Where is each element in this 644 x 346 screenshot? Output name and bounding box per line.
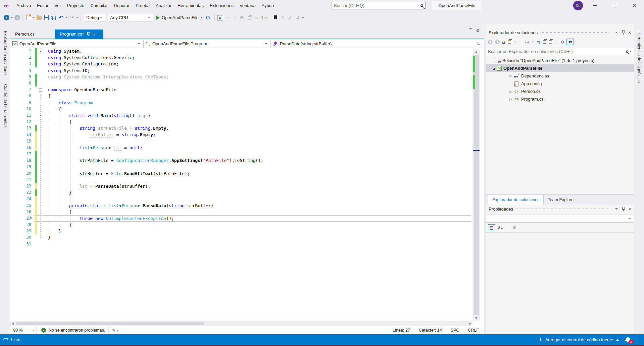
code-line[interactable]: 31 bbox=[10, 241, 473, 247]
spaces-indicator[interactable]: SPC bbox=[451, 328, 459, 333]
line-number[interactable]: 6 bbox=[10, 80, 34, 86]
new-project-dropdown-icon[interactable] bbox=[33, 17, 35, 18]
close-panel-icon[interactable] bbox=[628, 31, 631, 34]
switch-views-icon[interactable] bbox=[508, 40, 511, 44]
line-indicator[interactable]: Línea: 27 bbox=[393, 328, 410, 333]
code-line[interactable]: 10 { bbox=[10, 106, 473, 112]
menu-item-ver[interactable]: Ver bbox=[51, 0, 64, 11]
open-file-button[interactable] bbox=[36, 14, 42, 22]
tree-item-person-cs[interactable]: ▷C#Person.cs bbox=[486, 88, 634, 95]
filter-dropdown-icon[interactable] bbox=[532, 42, 534, 43]
line-number[interactable]: 26 bbox=[10, 209, 34, 215]
line-number[interactable]: 28 bbox=[10, 222, 34, 228]
expander-closed-icon[interactable]: ▷ bbox=[508, 98, 513, 101]
line-number[interactable]: 24 bbox=[10, 196, 34, 202]
code-line[interactable]: 26 { bbox=[10, 209, 473, 215]
line-number[interactable]: 8 bbox=[10, 93, 34, 99]
code-line[interactable]: 8{ bbox=[10, 93, 473, 99]
project-dropdown[interactable]: C# OpenAndParseFile bbox=[10, 40, 144, 48]
code-line[interactable]: 28 } bbox=[10, 222, 473, 228]
new-project-button[interactable] bbox=[25, 14, 31, 22]
code-line[interactable]: 21 bbox=[10, 177, 473, 183]
code-line[interactable]: 23 } bbox=[10, 189, 473, 196]
save-button[interactable] bbox=[43, 14, 49, 22]
code-line[interactable]: 13 string strPathFile = string.Empty, bbox=[10, 125, 473, 131]
code-cleanup-dropdown-icon[interactable] bbox=[116, 330, 118, 331]
home-icon[interactable]: ⌂ bbox=[502, 39, 505, 45]
column-indicator[interactable]: Carácter: 14 bbox=[419, 328, 442, 333]
close-button[interactable] bbox=[627, 0, 642, 11]
line-number[interactable]: 19 bbox=[10, 164, 34, 170]
line-number[interactable]: 14 bbox=[10, 131, 34, 138]
menu-item-analizar[interactable]: Analizar bbox=[153, 0, 175, 11]
navigate-cursor-button[interactable]: ⇱ bbox=[239, 14, 245, 22]
split-window-button[interactable]: ⇅ bbox=[473, 40, 484, 48]
line-number[interactable]: 18 bbox=[10, 157, 34, 164]
close-panel-icon[interactable] bbox=[628, 208, 631, 211]
pin-panel-icon[interactable] bbox=[622, 207, 625, 211]
code-line[interactable]: 17 bbox=[10, 151, 473, 157]
line-number[interactable]: 5 bbox=[10, 74, 34, 80]
toggle-bookmark-button[interactable] bbox=[273, 14, 279, 22]
collapse-region-icon[interactable] bbox=[39, 101, 42, 104]
expander-open-icon[interactable]: ◢ bbox=[491, 67, 497, 70]
pin-panel-icon[interactable] bbox=[622, 31, 625, 35]
find-in-files-button[interactable] bbox=[206, 14, 212, 22]
code-line[interactable]: 18 strPathFile = ConfigurationManager.Ap… bbox=[10, 157, 473, 164]
line-ending-indicator[interactable]: CRLF bbox=[468, 328, 479, 333]
line-number[interactable]: 3 bbox=[10, 61, 34, 67]
code-line[interactable]: 1using System; bbox=[10, 48, 473, 54]
menu-item-proyecto[interactable]: Proyecto bbox=[64, 0, 87, 11]
panel-menu-icon[interactable] bbox=[615, 208, 618, 210]
line-number[interactable]: 15 bbox=[10, 138, 34, 145]
bookmark-dropdown-icon[interactable] bbox=[302, 17, 304, 18]
line-number[interactable]: 20 bbox=[10, 170, 34, 177]
line-number[interactable]: 7 bbox=[10, 86, 34, 93]
active-files-dropdown-icon[interactable] bbox=[469, 28, 472, 30]
line-number[interactable]: 2 bbox=[10, 54, 34, 61]
tree-item-openandparsefile[interactable]: ◢C#OpenAndParseFile bbox=[486, 64, 634, 72]
horizontal-scrollbar[interactable]: ◀ ▶ bbox=[10, 321, 473, 326]
member-dropdown[interactable]: ParseData(string strBuffer) bbox=[271, 40, 473, 48]
navigate-forward-button[interactable] bbox=[14, 14, 20, 22]
code-line[interactable]: 24 bbox=[10, 196, 473, 202]
code-line[interactable]: 6 bbox=[10, 80, 473, 86]
expander-closed-icon[interactable]: ▷ bbox=[508, 90, 513, 93]
line-number[interactable]: 16 bbox=[10, 145, 34, 151]
side-tab[interactable]: Herramientas de diagnóstico bbox=[637, 30, 641, 84]
menu-item-extensiones[interactable]: Extensiones bbox=[207, 0, 237, 11]
undo-dropdown-icon[interactable] bbox=[65, 17, 67, 18]
code-line[interactable]: 16 List<Person> lst = null; bbox=[10, 145, 473, 151]
solution-configuration-select[interactable]: Debug bbox=[84, 14, 105, 21]
code-editor[interactable]: 1using System;2using System.Collections.… bbox=[10, 48, 473, 321]
quick-search-input[interactable]: Buscar (Ctrl+Q) bbox=[332, 2, 426, 9]
side-tab[interactable]: Cuadro de herramientas bbox=[3, 83, 8, 129]
collapse-region-icon[interactable] bbox=[39, 88, 42, 92]
navigate-back-dropdown-icon[interactable] bbox=[11, 17, 13, 18]
scroll-up-icon[interactable]: ▲ bbox=[473, 49, 480, 54]
bottom-tab-team-explorer[interactable]: Team Explorer bbox=[544, 195, 579, 205]
line-number[interactable]: 30 bbox=[10, 234, 34, 241]
minimize-button[interactable] bbox=[587, 0, 602, 11]
line-number[interactable]: 22 bbox=[10, 183, 34, 189]
line-number[interactable]: 1 bbox=[10, 48, 34, 54]
line-number[interactable]: 10 bbox=[10, 106, 34, 112]
menu-item-prueba[interactable]: Prueba bbox=[133, 0, 153, 11]
line-number[interactable]: 23 bbox=[10, 189, 34, 196]
next-bookmark-button[interactable]: ↱ bbox=[287, 14, 293, 22]
code-line[interactable]: 20 strBuffer = File.ReadAllText(strPathF… bbox=[10, 170, 473, 177]
code-line[interactable]: 2using System.Collections.Generic; bbox=[10, 54, 473, 61]
tree-item-program-cs[interactable]: ▷C#Program.cs bbox=[486, 95, 634, 103]
notifications-button[interactable]: 2 bbox=[625, 337, 633, 343]
code-cleanup-icon[interactable]: ✎ bbox=[112, 328, 116, 333]
tree-item-app-config[interactable]: App.config bbox=[486, 80, 634, 88]
redo-dropdown-icon[interactable] bbox=[76, 17, 78, 18]
scroll-down-icon[interactable]: ▼ bbox=[473, 316, 480, 321]
collapse-region-icon[interactable] bbox=[39, 204, 42, 207]
avatar[interactable]: DJ bbox=[573, 1, 583, 10]
show-all-files-icon[interactable] bbox=[549, 40, 552, 44]
properties-object-select[interactable] bbox=[486, 215, 634, 223]
line-number[interactable]: 21 bbox=[10, 177, 34, 183]
menu-item-archivo[interactable]: Archivo bbox=[13, 0, 34, 11]
redo-button[interactable]: ↷ bbox=[69, 14, 75, 22]
